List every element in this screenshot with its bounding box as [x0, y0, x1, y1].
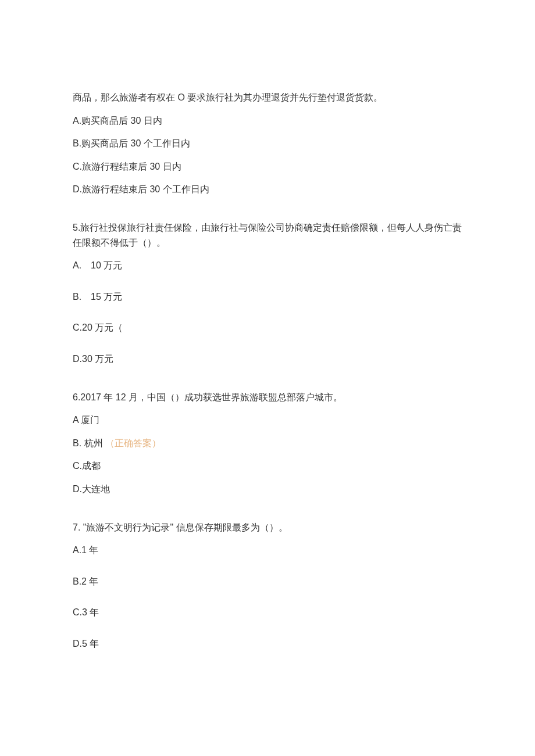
question-7-option-a: A.1 年: [73, 543, 462, 558]
question-4-option-b: B.购买商品后 30 个工作日内: [73, 136, 462, 151]
question-4-block: 商品，那么旅游者有权在 O 要求旅行社为其办理退货并先行垫付退货货款。 A.购买…: [73, 90, 462, 197]
question-6-text: 6.2017 年 12 月，中国（）成功获选世界旅游联盟总部落户城市。: [73, 390, 462, 405]
question-5-text: 5.旅行社投保旅行社责任保险，由旅行社与保险公司协商确定责任赔偿限额，但每人人身…: [73, 220, 462, 250]
question-5-option-d: D.30 万元: [73, 352, 462, 367]
question-4-option-c: C.旅游行程结束后 30 日内: [73, 159, 462, 174]
question-5-option-a: A. 10 万元: [73, 258, 462, 273]
question-6-block: 6.2017 年 12 月，中国（）成功获选世界旅游联盟总部落户城市。 A 厦门…: [73, 390, 462, 497]
question-7-block: 7. "旅游不文明行为记录" 信息保存期限最多为（）。 A.1 年 B.2 年 …: [73, 520, 462, 651]
question-6-option-b: B. 杭州 （正确答案）: [73, 436, 462, 451]
question-5-option-c: C.20 万元（: [73, 320, 462, 335]
question-6-option-d: D.大连地: [73, 482, 462, 497]
question-4-option-d: D.旅游行程结束后 30 个工作日内: [73, 182, 462, 197]
question-7-option-b: B.2 年: [73, 574, 462, 589]
question-6-option-b-label: B. 杭州: [73, 438, 103, 448]
question-6-option-a: A 厦门: [73, 413, 462, 428]
question-7-text: 7. "旅游不文明行为记录" 信息保存期限最多为（）。: [73, 520, 462, 535]
question-7-option-d: D.5 年: [73, 636, 462, 651]
correct-answer-label: （正确答案）: [105, 438, 161, 448]
question-4-text: 商品，那么旅游者有权在 O 要求旅行社为其办理退货并先行垫付退货货款。: [73, 90, 462, 105]
question-4-option-a: A.购买商品后 30 日内: [73, 113, 462, 128]
question-6-option-c: C.成都: [73, 458, 462, 474]
question-5-option-b: B. 15 万元: [73, 289, 462, 304]
question-5-block: 5.旅行社投保旅行社责任保险，由旅行社与保险公司协商确定责任赔偿限额，但每人人身…: [73, 220, 462, 367]
question-7-option-c: C.3 年: [73, 605, 462, 620]
